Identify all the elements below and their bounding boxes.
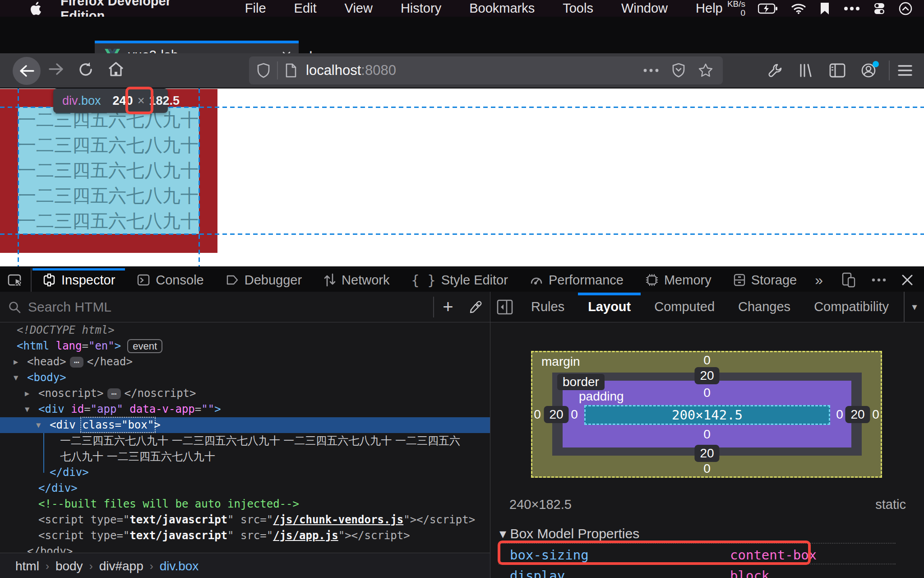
sidebar-tabs-dropdown-icon[interactable]: ▾ [905,301,924,313]
markup-row-selected[interactable]: ▼<div class="box"> [0,417,490,433]
menu-bookmarks[interactable]: Bookmarks [469,1,535,16]
tab-network[interactable]: Network [313,268,400,292]
crumb-div-box[interactable]: div.box [160,559,199,573]
eyedropper-icon[interactable] [462,300,490,314]
tab-memory[interactable]: Memory [634,268,722,292]
tab-storage[interactable]: Storage [722,268,808,292]
search-html-input[interactable] [27,299,433,315]
url-bar[interactable]: localhost:8080 [249,56,723,84]
tab-rules[interactable]: Rules [519,292,576,322]
hamburger-menu-icon[interactable] [898,65,912,76]
boxmodel-content-region[interactable]: 200×142.5 [584,405,830,425]
page-info-icon[interactable] [285,63,297,78]
tab-style-editor[interactable]: { } Style Editor [400,268,518,292]
menu-history[interactable]: History [401,1,441,16]
control-center-icon[interactable] [873,3,885,14]
twisty-open-icon[interactable]: ▼ [14,370,18,386]
code-token-plain: </noscript> [125,387,196,400]
markup-row[interactable]: ▶<head>⋯</head> [0,354,490,370]
responsive-design-icon[interactable] [841,272,856,288]
tab-fonts-truncated[interactable]: Fon [901,292,904,322]
markup-row[interactable]: <script type="text/javascript" src="/js/… [0,512,490,528]
sidebar-toggle-icon[interactable] [829,63,845,78]
home-button[interactable] [107,61,125,77]
library-icon[interactable] [799,63,814,78]
menu-file[interactable]: File [245,1,266,16]
collapse-sidebar-icon[interactable] [497,299,513,315]
reload-button[interactable] [78,61,94,78]
twisty-open-icon[interactable]: ▼ [25,401,29,417]
markup-row[interactable]: </div> [0,480,490,496]
back-button[interactable] [13,57,41,85]
account-icon[interactable] [861,63,876,78]
margin-top-value[interactable]: 0 [703,353,711,368]
crumb-html[interactable]: html [15,559,39,573]
tab-changes[interactable]: Changes [726,292,802,322]
more-tools-chevron[interactable]: » [808,272,830,289]
apple-menu-icon[interactable] [30,2,42,15]
markup-row[interactable]: <html lang="en">event [0,338,490,354]
tab-performance[interactable]: Performance [519,268,634,292]
markup-row[interactable]: ▼<div id="app" data-v-app=""> [0,401,490,417]
tab-debugger[interactable]: Debugger [215,268,313,292]
border-left-value[interactable]: 20 [544,406,568,423]
markup-row[interactable]: 七八九十 一二三四五六七八九十 [0,449,490,465]
margin-bottom-value[interactable]: 0 [703,461,711,476]
crumb-separator: › [46,560,49,573]
more-menu-icon[interactable] [844,6,860,11]
code-token-punct: = [84,403,90,415]
menu-help[interactable]: Help [696,1,723,16]
code-token-tag: <div [50,419,82,431]
tab-compatibility[interactable]: Compatibility [802,292,901,322]
padding-bottom-value[interactable]: 0 [703,427,711,442]
markup-row[interactable]: <!DOCTYPE html> [0,322,490,338]
code-token-strong: text/javascript [129,529,227,542]
tab-inspector[interactable]: Inspector [32,268,126,292]
add-node-button[interactable]: + [434,297,462,317]
tracking-protection-shield-icon[interactable] [257,63,270,78]
padding-left-value[interactable]: 0 [571,407,578,422]
crumb-body[interactable]: body [55,559,83,573]
pocket-shield-icon[interactable] [672,63,685,78]
code-token-plain: <noscript> [38,387,104,400]
padding-right-value[interactable]: 0 [836,407,843,422]
border-top-value[interactable]: 20 [694,367,719,384]
tab-console[interactable]: Console [126,268,214,292]
markup-row[interactable]: ▼<body> [0,370,490,386]
bookmark-star-icon[interactable] [698,63,713,78]
menu-window[interactable]: Window [621,1,668,16]
tab-layout[interactable]: Layout [576,292,642,322]
crumb-div-app[interactable]: div#app [99,559,143,573]
menubar-extra-icon[interactable] [819,3,830,14]
notification-center-icon[interactable] [899,2,912,15]
menu-view[interactable]: View [345,1,373,16]
forward-button[interactable] [49,62,64,76]
devtools-close-icon[interactable] [901,274,913,286]
border-right-value[interactable]: 20 [845,406,870,423]
tab-computed[interactable]: Computed [642,292,726,322]
padding-top-value[interactable]: 0 [703,386,711,400]
menu-tools[interactable]: Tools [563,1,593,16]
property-row-display[interactable]: display block [499,564,896,578]
markup-row[interactable]: ▶<noscript>⋯</noscript> [0,386,490,401]
border-bottom-value[interactable]: 20 [694,445,719,462]
markup-row[interactable]: </div> [0,465,490,480]
box-model-properties-header[interactable]: ▾ Box Model Properties [499,526,639,541]
markup-row[interactable]: 一二三四五六七八九十 一二三四五六七八九十 一二三四五六七八九十 一二三四五六 [0,433,490,449]
devtools-wrench-icon[interactable] [768,63,783,78]
page-actions-icon[interactable] [643,69,659,72]
margin-right-value[interactable]: 0 [872,407,879,422]
twisty-closed-icon[interactable]: ▶ [25,386,29,401]
markup-row[interactable]: <script type="text/javascript" src="/js/… [0,528,490,544]
menu-edit[interactable]: Edit [294,1,317,16]
twisty-closed-icon[interactable]: ▶ [14,354,18,370]
margin-left-value[interactable]: 0 [534,407,541,422]
navbar-separator [889,61,890,80]
markup-row[interactable]: </body> [0,544,490,553]
markup-row[interactable]: <!--built files will be auto injected--> [0,496,490,512]
devtools-meatball-menu-icon[interactable] [872,278,886,282]
pick-element-icon[interactable] [0,268,32,292]
battery-icon[interactable] [758,3,778,14]
twisty-open-icon[interactable]: ▼ [36,417,41,433]
wifi-icon[interactable] [791,3,806,14]
